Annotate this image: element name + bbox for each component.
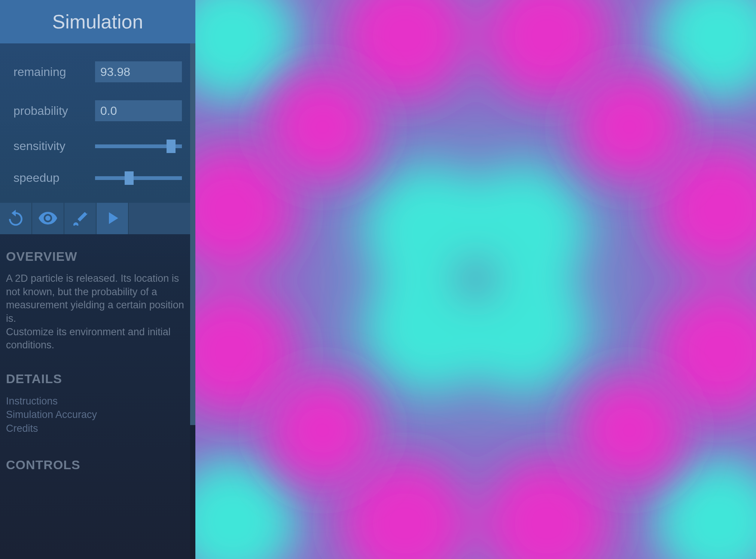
controls-heading: CONTROLS (6, 458, 189, 472)
sensitivity-row: sensitivity (13, 139, 182, 153)
svg-point-6 (455, 258, 496, 299)
speedup-slider-wrap (95, 176, 182, 180)
view-button[interactable] (32, 203, 64, 234)
sensitivity-slider[interactable] (95, 144, 182, 148)
reset-button[interactable] (0, 203, 32, 234)
speedup-label: speedup (13, 171, 60, 185)
details-heading: DETAILS (6, 372, 189, 386)
probability-input[interactable] (95, 100, 182, 121)
controls-panel: remaining probability sensitivity speedu… (0, 43, 195, 203)
brush-icon (70, 208, 90, 229)
toolbar (0, 203, 195, 234)
speedup-row: speedup (13, 171, 182, 185)
link-instructions[interactable]: Instructions (6, 394, 189, 408)
link-simulation-accuracy[interactable]: Simulation Accuracy (6, 408, 189, 421)
play-icon (102, 208, 122, 229)
reset-icon (6, 208, 26, 229)
title-bar: Simulation (0, 0, 195, 43)
sidebar: Simulation remaining probability sensiti… (0, 0, 195, 559)
details-links: Instructions Simulation Accuracy Credits (6, 394, 189, 435)
svg-point-20 (573, 71, 686, 183)
wavefunction-visualization (195, 0, 756, 559)
probability-label: probability (13, 104, 68, 118)
link-credits[interactable]: Credits (6, 422, 189, 435)
svg-point-19 (266, 71, 379, 183)
visualization-canvas[interactable] (195, 0, 756, 559)
remaining-row: remaining (13, 61, 182, 82)
probability-row: probability (13, 100, 182, 121)
svg-point-22 (573, 374, 686, 486)
svg-point-21 (266, 374, 379, 486)
overview-text: A 2D particle is released. Its location … (6, 272, 189, 352)
play-button[interactable] (97, 203, 129, 234)
sensitivity-label: sensitivity (13, 139, 65, 153)
overview-heading: OVERVIEW (6, 249, 189, 264)
eye-icon (38, 208, 58, 229)
sensitivity-slider-wrap (95, 144, 182, 148)
remaining-input[interactable] (95, 61, 182, 82)
remaining-label: remaining (13, 65, 66, 79)
app-title: Simulation (52, 10, 143, 33)
info-section: OVERVIEW A 2D particle is released. Its … (0, 234, 195, 559)
scrollbar-thumb[interactable] (190, 43, 195, 425)
scrollbar-track[interactable] (190, 43, 195, 559)
brush-button[interactable] (64, 203, 97, 234)
speedup-slider[interactable] (95, 176, 182, 180)
